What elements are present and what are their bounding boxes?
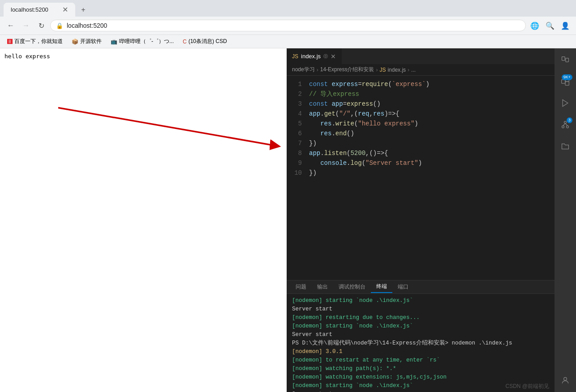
vscode-tabs: JS index.js ⓪ ✕ bbox=[287, 48, 555, 64]
terminal-tab-debug[interactable]: 调试控制台 bbox=[333, 281, 371, 293]
bookmark-opensource-icon: 📦 bbox=[72, 39, 78, 45]
sidebar-icon-explorer[interactable] bbox=[557, 52, 573, 68]
bookmark-bilibili-label: 哔哩哔哩（゜-゜）つ... bbox=[119, 38, 174, 45]
page-content: hello express bbox=[0, 48, 287, 64]
breadcrumb: node学习 › 14-Express介绍和安装 › JS index.js ›… bbox=[287, 64, 555, 76]
sidebar-icon-folder[interactable] bbox=[557, 138, 573, 154]
terminal-line: Server start bbox=[292, 331, 549, 339]
svg-line-12 bbox=[565, 124, 567, 126]
url-text: localhost:5200 bbox=[67, 22, 107, 29]
code-editor[interactable]: 1const express=require(`express`)2// 导入e… bbox=[287, 76, 555, 280]
terminal-line: [nodemon] watching path(s): *.* bbox=[292, 365, 549, 373]
breadcrumb-express: 14-Express介绍和安装 bbox=[320, 66, 374, 73]
tab-modified-dot: ⓪ bbox=[323, 53, 328, 60]
browser-viewport: hello express bbox=[0, 48, 287, 392]
terminal-tab-terminal[interactable]: 终端 bbox=[371, 281, 392, 293]
line-number: 9 bbox=[287, 158, 309, 168]
terminal-line: Server start bbox=[292, 305, 549, 314]
svg-rect-6 bbox=[565, 82, 569, 85]
line-content: const app=express() bbox=[309, 99, 555, 109]
reload-button[interactable]: ↻ bbox=[35, 19, 47, 32]
nav-bar: ← → ↻ 🔒 localhost:5200 🌐 🔍 👤 bbox=[0, 17, 576, 34]
terminal-line: [nodemon] to restart at any time, enter … bbox=[292, 356, 549, 365]
svg-point-9 bbox=[562, 126, 564, 128]
terminal-content: [nodemon] starting `node .\index.js`Serv… bbox=[287, 294, 555, 392]
code-line: 8app.listen(5200,()=>{ bbox=[287, 148, 555, 158]
terminal-tab-problems[interactable]: 问题 bbox=[290, 281, 312, 293]
svg-line-11 bbox=[563, 124, 565, 126]
bookmark-bilibili-icon: 📺 bbox=[111, 39, 117, 45]
terminal-line: [nodemon] starting `node .\index.js` bbox=[292, 322, 549, 331]
bookmark-baidu[interactable]: 🅱 百度一下，你就知道 bbox=[4, 36, 66, 47]
line-content: }) bbox=[309, 168, 555, 178]
line-number: 6 bbox=[287, 129, 309, 138]
terminal-line: [nodemon] 3.0.1 bbox=[292, 348, 549, 356]
bookmarks-bar: 🅱 百度一下，你就知道 📦 开源软件 📺 哔哩哔哩（゜-゜）つ... C (10… bbox=[0, 34, 576, 48]
tab-close-icon[interactable]: ✕ bbox=[62, 5, 68, 14]
tab-label: localhost:5200 bbox=[11, 6, 48, 13]
bookmark-opensource-label: 开源软件 bbox=[80, 38, 102, 45]
csdn-watermark: CSDN @前端初见 bbox=[505, 383, 549, 390]
vscode-panel: JS index.js ⓪ ✕ node学习 › 14-Express介绍和安装… bbox=[287, 48, 576, 392]
code-line: 10}) bbox=[287, 168, 555, 178]
line-content: }) bbox=[309, 138, 555, 148]
extensions-badge: 9K+ bbox=[562, 74, 572, 80]
bookmark-csdn-icon: C bbox=[183, 39, 187, 45]
terminal-line: [nodemon] watching extensions: js,mjs,cj… bbox=[292, 373, 549, 382]
back-button[interactable]: ← bbox=[4, 19, 17, 32]
svg-point-13 bbox=[564, 377, 567, 380]
svg-point-10 bbox=[567, 126, 569, 128]
svg-line-1 bbox=[58, 108, 273, 145]
line-number: 3 bbox=[287, 99, 309, 109]
svg-rect-2 bbox=[562, 57, 565, 60]
terminal-panel: 问题 输出 调试控制台 终端 端口 [nodemon] starting `no… bbox=[287, 280, 555, 392]
bookmark-baidu-icon: 🅱 bbox=[7, 39, 13, 45]
terminal-tab-ports[interactable]: 端口 bbox=[392, 281, 414, 293]
tab-filename: index.js bbox=[301, 53, 321, 60]
bookmark-opensource[interactable]: 📦 开源软件 bbox=[68, 36, 105, 47]
tab-bar: localhost:5200 ✕ + bbox=[0, 0, 576, 17]
sidebar-icon-account[interactable] bbox=[557, 372, 573, 388]
breadcrumb-node: node学习 bbox=[292, 66, 315, 73]
main-area: hello express JS bbox=[0, 48, 576, 392]
sidebar-icon-git[interactable]: 3 bbox=[557, 116, 573, 133]
terminal-line: PS D:\文件\前端代码\node学习\14-Express介绍和安装> no… bbox=[292, 339, 549, 348]
js-file-icon: JS bbox=[292, 53, 298, 60]
line-number: 8 bbox=[287, 148, 309, 158]
watermark-text: CSDN @前端初见 bbox=[505, 383, 549, 389]
line-content: res.write("hello express") bbox=[309, 119, 555, 129]
tab-close-button[interactable]: ✕ bbox=[331, 53, 336, 60]
profile-icon[interactable]: 👤 bbox=[559, 19, 572, 32]
line-content: app.listen(5200,()=>{ bbox=[309, 148, 555, 158]
code-line: 4app.get("/",(req,res)=>{ bbox=[287, 109, 555, 119]
browser-chrome: localhost:5200 ✕ + ← → ↻ 🔒 localhost:520… bbox=[0, 0, 576, 48]
sidebar-icon-run[interactable] bbox=[557, 95, 573, 111]
vscode-tab-indexjs[interactable]: JS index.js ⓪ ✕ bbox=[287, 48, 342, 64]
hello-express-text: hello express bbox=[4, 53, 50, 60]
line-number: 5 bbox=[287, 119, 309, 129]
code-line: 2// 导入express bbox=[287, 89, 555, 99]
line-content: const express=require(`express`) bbox=[309, 79, 555, 89]
code-line: 1const express=require(`express`) bbox=[287, 79, 555, 89]
svg-rect-3 bbox=[566, 58, 569, 62]
bookmark-csdn[interactable]: C (10条消息) CSD bbox=[179, 36, 231, 47]
git-badge: 3 bbox=[567, 117, 572, 123]
forward-button[interactable]: → bbox=[20, 19, 32, 32]
sidebar-icon-extensions[interactable]: 9K+ bbox=[557, 73, 573, 90]
vscode-container: JS index.js ⓪ ✕ node学习 › 14-Express介绍和安装… bbox=[287, 48, 576, 392]
search-icon[interactable]: 🔍 bbox=[544, 19, 556, 32]
line-number: 10 bbox=[287, 168, 309, 178]
translate-icon[interactable]: 🌐 bbox=[529, 19, 541, 32]
bookmark-bilibili[interactable]: 📺 哔哩哔哩（゜-゜）つ... bbox=[107, 36, 177, 47]
bookmark-csdn-label: (10条消息) CSD bbox=[189, 38, 227, 45]
code-line: 7}) bbox=[287, 138, 555, 148]
line-content: console.log("Server start") bbox=[309, 158, 555, 168]
address-bar[interactable]: 🔒 localhost:5200 bbox=[50, 20, 526, 31]
terminal-line: Server start bbox=[292, 390, 549, 392]
terminal-tab-output[interactable]: 输出 bbox=[312, 281, 333, 293]
browser-tab-active[interactable]: localhost:5200 ✕ bbox=[4, 3, 75, 17]
new-tab-button[interactable]: + bbox=[77, 4, 90, 16]
line-content: // 导入express bbox=[309, 89, 555, 99]
svg-marker-7 bbox=[563, 100, 568, 107]
vscode-sidebar: 9K+ 3 bbox=[555, 48, 576, 392]
